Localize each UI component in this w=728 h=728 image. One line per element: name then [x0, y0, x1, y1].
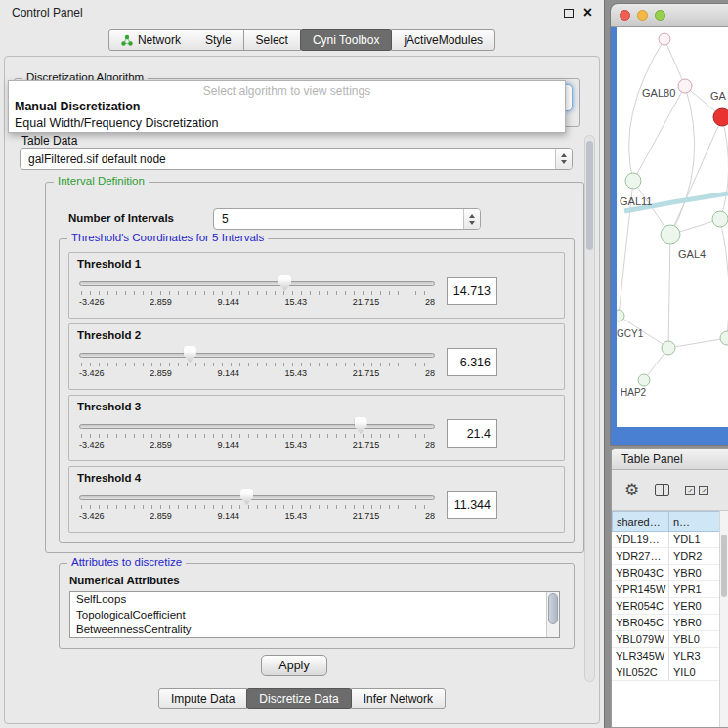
slider-thumb[interactable]	[355, 417, 367, 434]
attributes-listbox[interactable]: SelfLoopsTopologicalCoefficientBetweenne…	[69, 591, 560, 638]
combo-stepper[interactable]	[555, 149, 572, 169]
columns-icon[interactable]	[655, 484, 669, 496]
checkbox-icon[interactable]: ✓	[685, 486, 695, 495]
slider-track[interactable]	[79, 495, 435, 500]
table-scrollbar[interactable]	[719, 511, 728, 727]
threshold-row: -3.4262.8599.14415.4321.7152821.4	[77, 415, 556, 451]
network-node[interactable]	[638, 374, 650, 386]
network-node[interactable]	[659, 33, 670, 45]
slider-ticks	[81, 291, 433, 295]
network-edge[interactable]	[668, 338, 727, 348]
list-item-betweennesscentrality[interactable]: BetweennessCentrality	[70, 622, 559, 638]
dropdown-option-equal-width-frequency-discretization[interactable]: Equal Width/Frequency Discretization	[9, 115, 565, 132]
scrollbar-thumb[interactable]	[721, 535, 727, 597]
number-of-intervals-combobox[interactable]: 5	[213, 208, 481, 230]
network-node[interactable]	[678, 79, 692, 93]
cell-shared-name[interactable]: YLR345W	[612, 648, 669, 664]
network-edge[interactable]	[633, 86, 685, 181]
network-node[interactable]	[625, 173, 641, 189]
tab-infer-network[interactable]: Infer Network	[351, 688, 446, 709]
tab-network[interactable]: Network	[108, 29, 193, 51]
network-canvas[interactable]: GAL80GAGAL11GAL4GCY1HAP2	[617, 27, 728, 427]
tab-impute-data[interactable]: Impute Data	[158, 688, 247, 709]
table-row[interactable]: YLR345WYLR3	[612, 648, 728, 664]
cell-shared-name[interactable]: YBR045C	[612, 615, 669, 630]
tab-label: Cyni Toolbox	[313, 33, 379, 47]
threshold-slider[interactable]: -3.4262.8599.14415.4321.71528	[79, 344, 435, 380]
table-row[interactable]: YBR045CYBR0	[612, 615, 728, 631]
network-edge[interactable]	[720, 219, 728, 338]
tab-label: Network	[138, 33, 181, 47]
slider-track[interactable]	[79, 281, 435, 286]
threshold-value-field[interactable]: 11.344	[447, 491, 497, 519]
cell-shared-name[interactable]: YBL079W	[612, 631, 669, 647]
cell-shared-name[interactable]: YDR27…	[612, 548, 669, 564]
threshold-value-field[interactable]: 6.316	[447, 348, 497, 376]
threshold-slider[interactable]: -3.4262.8599.14415.4321.71528	[79, 273, 435, 309]
table-row[interactable]: YBR043CYBR0	[612, 565, 728, 581]
cell-shared-name[interactable]: YDL19…	[612, 532, 669, 547]
close-icon[interactable]: ×	[583, 5, 592, 21]
network-node[interactable]	[662, 341, 675, 355]
network-node[interactable]	[617, 310, 624, 321]
checkbox-icon[interactable]: ✓	[699, 486, 708, 495]
cell-shared-name[interactable]: YER054C	[612, 598, 669, 614]
network-edge[interactable]	[720, 117, 728, 219]
cell-shared-name[interactable]: YPR145W	[612, 581, 669, 597]
network-node[interactable]	[713, 108, 728, 126]
combo-stepper[interactable]	[463, 209, 480, 229]
table-row[interactable]: YBL079WYBL0	[612, 631, 728, 648]
network-edge[interactable]	[668, 235, 670, 348]
threshold-slider[interactable]: -3.4262.8599.14415.4321.71528	[79, 415, 435, 451]
tab-cyni-toolbox[interactable]: Cyni Toolbox	[300, 29, 392, 51]
threshold-block-2: Threshold 2-3.4262.8599.14415.4321.71528…	[68, 323, 565, 390]
scrollbar-thumb[interactable]	[586, 141, 593, 250]
slider-thumb[interactable]	[278, 275, 291, 291]
tab-label: Impute Data	[171, 692, 235, 706]
slider-track[interactable]	[79, 424, 435, 429]
tab-style[interactable]: Style	[193, 29, 244, 51]
network-node[interactable]	[720, 331, 728, 345]
tab-select[interactable]: Select	[243, 29, 301, 51]
threshold-value-field[interactable]: 21.4	[447, 419, 497, 448]
list-scrollbar[interactable]	[546, 592, 559, 637]
network-node[interactable]	[661, 225, 680, 244]
table-row[interactable]: YDL19…YDL1	[612, 532, 728, 548]
dropdown-option-manual-discretization[interactable]: Manual Discretization	[9, 99, 565, 115]
column-header-shared-name[interactable]: shared…	[612, 511, 669, 532]
slider-thumb[interactable]	[240, 489, 253, 505]
network-edge[interactable]	[670, 86, 695, 235]
up-arrow-icon	[561, 153, 567, 157]
network-node[interactable]	[712, 211, 728, 227]
zoom-traffic-light[interactable]	[655, 10, 665, 21]
tab-jactivemodules[interactable]: jActiveModules	[391, 29, 495, 51]
network-edge[interactable]	[664, 39, 685, 86]
table-row[interactable]: YPR145WYPR1	[612, 581, 728, 598]
table-row[interactable]: YIL052CYIL0	[612, 664, 728, 681]
cell-shared-name[interactable]: YIL052C	[612, 664, 669, 680]
list-item-selfloops[interactable]: SelfLoops	[70, 592, 559, 608]
network-edge[interactable]	[629, 39, 664, 181]
cell-shared-name[interactable]: YBR043C	[612, 565, 669, 580]
scale-label: -3.426	[79, 511, 105, 521]
gear-icon[interactable]: ⚙	[624, 482, 639, 498]
threshold-value-field[interactable]: 14.713	[447, 277, 497, 305]
restore-icon[interactable]	[564, 9, 574, 18]
table-row[interactable]: YER054CYER0	[612, 598, 728, 615]
algorithm-dropdown-popup: Select algorithm to view settingsManual …	[8, 80, 566, 133]
list-item-topologicalcoefficient[interactable]: TopologicalCoefficient	[70, 608, 559, 623]
apply-button[interactable]: Apply	[261, 655, 327, 676]
slider-track[interactable]	[79, 353, 435, 358]
table-row[interactable]: YDR27…YDR2	[612, 548, 728, 565]
slider-thumb[interactable]	[184, 346, 196, 363]
network-graph: GAL80GAGAL11GAL4GCY1HAP2	[617, 27, 728, 427]
scrollbar-thumb[interactable]	[548, 593, 558, 624]
tab-discretize-data[interactable]: Discretize Data	[246, 688, 351, 709]
panel-scrollbar[interactable]	[584, 135, 595, 682]
threshold-slider[interactable]: -3.4262.8599.14415.4321.71528	[79, 487, 435, 523]
table-toolbar: ⚙ ✓ ✓	[612, 470, 728, 511]
scale-label: 28	[425, 440, 435, 450]
minimize-traffic-light[interactable]	[637, 10, 648, 21]
close-traffic-light[interactable]	[620, 10, 630, 21]
table-data-combobox[interactable]: galFiltered.sif default node	[20, 148, 573, 170]
